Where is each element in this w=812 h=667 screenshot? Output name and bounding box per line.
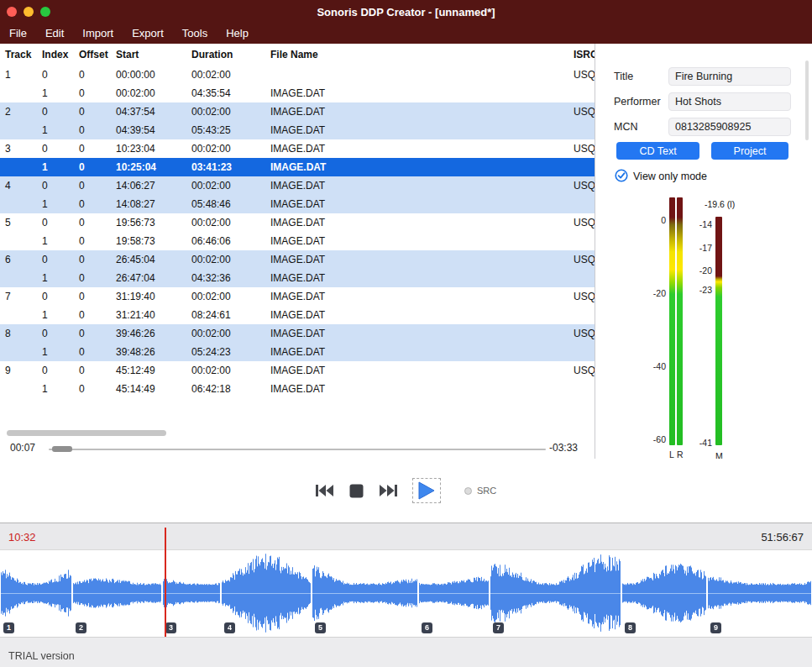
- previous-track-button[interactable]: [316, 484, 334, 497]
- track-marker-badge[interactable]: 3: [165, 622, 176, 633]
- track-marker-badge[interactable]: 1: [3, 622, 14, 633]
- cell-duration: 00:02:00: [186, 139, 265, 158]
- table-row[interactable]: 1014:08:2705:48:46IMAGE.DAT: [0, 195, 595, 213]
- cell-file: IMAGE.DAT: [265, 361, 574, 380]
- cell-isrc: [574, 343, 595, 361]
- menu-import[interactable]: Import: [73, 24, 123, 44]
- play-button-focus-ring: [412, 478, 441, 503]
- table-row[interactable]: 80039:46:2600:02:00IMAGE.DATUSQ: [0, 324, 595, 343]
- table-row[interactable]: 1031:21:4008:24:61IMAGE.DAT: [0, 306, 595, 324]
- column-header-isrc[interactable]: ISRC: [574, 44, 595, 66]
- table-row[interactable]: 1045:14:4906:42:18IMAGE.DAT: [0, 380, 595, 398]
- table-row[interactable]: 10000:00:0000:02:00USQ: [0, 66, 595, 84]
- menu-tools[interactable]: Tools: [173, 24, 217, 44]
- column-header-duration[interactable]: Duration: [186, 44, 265, 66]
- table-row[interactable]: 1010:25:0403:41:23IMAGE.DAT: [0, 158, 595, 176]
- cell-track: 1: [0, 66, 37, 84]
- cell-index: 1: [37, 269, 74, 287]
- column-header-index[interactable]: Index: [37, 44, 74, 66]
- play-button[interactable]: [418, 481, 435, 500]
- cell-index: 0: [37, 250, 74, 269]
- cell-duration: 00:02:00: [186, 287, 265, 306]
- menu-file[interactable]: File: [0, 24, 36, 44]
- cell-start: 00:02:00: [111, 84, 186, 102]
- performer-input[interactable]: [668, 92, 791, 111]
- track-marker-badge[interactable]: 9: [710, 622, 721, 633]
- table-horizontal-scrollbar[interactable]: [7, 430, 166, 436]
- table-row[interactable]: 70031:19:4000:02:00IMAGE.DATUSQ: [0, 287, 595, 306]
- track-marker-badge[interactable]: 4: [224, 622, 235, 633]
- zoom-button[interactable]: [40, 7, 50, 17]
- cell-offset: 0: [74, 287, 111, 306]
- table-row[interactable]: 20004:37:5400:02:00IMAGE.DATUSQ: [0, 102, 595, 121]
- table-row[interactable]: 1019:58:7306:46:06IMAGE.DAT: [0, 232, 595, 250]
- menu-edit[interactable]: Edit: [36, 24, 73, 44]
- column-header-track[interactable]: Track: [0, 44, 37, 66]
- column-header-file[interactable]: File Name: [265, 44, 574, 66]
- cell-start: 19:56:73: [111, 213, 186, 232]
- table-row[interactable]: 60026:45:0400:02:00IMAGE.DATUSQ: [0, 250, 595, 269]
- track-marker-badge[interactable]: 6: [422, 622, 432, 633]
- track-marker-badge[interactable]: 8: [625, 622, 636, 633]
- stop-button[interactable]: [349, 484, 364, 498]
- table-row[interactable]: 90045:12:4900:02:00IMAGE.DATUSQ: [0, 361, 595, 380]
- cell-index: 0: [37, 361, 74, 380]
- cell-isrc: [574, 195, 595, 213]
- mcn-input[interactable]: [668, 118, 791, 136]
- playhead-cursor[interactable]: [165, 528, 166, 637]
- cell-track: [0, 158, 37, 176]
- cell-isrc: USQ: [574, 139, 595, 158]
- src-label: SRC: [477, 486, 496, 496]
- cell-offset: 0: [74, 176, 111, 195]
- cell-isrc: USQ: [574, 102, 595, 121]
- menu-export[interactable]: Export: [123, 24, 173, 44]
- view-only-check-icon[interactable]: [615, 169, 628, 182]
- table-row[interactable]: 30010:23:0400:02:00IMAGE.DATUSQ: [0, 139, 595, 158]
- title-input[interactable]: [668, 67, 791, 86]
- src-indicator[interactable]: [464, 487, 472, 495]
- cell-offset: 0: [74, 121, 111, 139]
- cell-offset: 0: [74, 84, 111, 102]
- playback-slider-track[interactable]: [49, 449, 546, 450]
- mcn-label: MCN: [614, 121, 637, 133]
- table-row[interactable]: 1000:02:0004:35:54IMAGE.DAT: [0, 84, 595, 102]
- table-row[interactable]: 1039:48:2605:24:23IMAGE.DAT: [0, 343, 595, 361]
- panel-scrollbar[interactable]: [805, 60, 809, 140]
- waveform-canvas[interactable]: [0, 550, 812, 637]
- cell-file: IMAGE.DAT: [265, 343, 574, 361]
- minimize-button[interactable]: [24, 7, 34, 17]
- track-marker-badge[interactable]: 2: [76, 622, 86, 633]
- table-row[interactable]: 1004:39:5405:43:25IMAGE.DAT: [0, 121, 595, 139]
- next-track-button[interactable]: [379, 484, 397, 497]
- cell-file: IMAGE.DAT: [265, 176, 574, 195]
- track-marker-badge[interactable]: 5: [315, 622, 326, 633]
- cell-file: IMAGE.DAT: [265, 102, 574, 121]
- cd-text-button[interactable]: CD Text: [616, 142, 699, 160]
- close-button[interactable]: [7, 7, 17, 17]
- menu-help[interactable]: Help: [217, 24, 258, 44]
- table-row[interactable]: 1026:47:0404:32:36IMAGE.DAT: [0, 269, 595, 287]
- window-title: Sonoris DDP Creator - [unnamed*]: [317, 6, 495, 18]
- cell-track: 3: [0, 139, 37, 158]
- table-row[interactable]: 50019:56:7300:02:00IMAGE.DATUSQ: [0, 213, 595, 232]
- project-button[interactable]: Project: [711, 142, 788, 160]
- cell-duration: 06:42:18: [186, 380, 265, 398]
- cell-track: [0, 343, 37, 361]
- cell-index: 1: [37, 380, 74, 398]
- cell-offset: 0: [74, 213, 111, 232]
- cell-index: 1: [37, 306, 74, 324]
- table-row[interactable]: 40014:06:2700:02:00IMAGE.DATUSQ: [0, 176, 595, 195]
- column-header-offset[interactable]: Offset: [74, 44, 111, 66]
- waveform-display: 123456789: [0, 550, 812, 637]
- cell-start: 39:46:26: [111, 324, 186, 343]
- cell-duration: 00:02:00: [186, 66, 265, 84]
- track-marker-badge[interactable]: 7: [493, 622, 504, 633]
- cell-track: 7: [0, 287, 37, 306]
- cell-offset: 0: [74, 380, 111, 398]
- cell-duration: 00:02:00: [186, 324, 265, 343]
- column-header-start[interactable]: Start: [111, 44, 186, 66]
- playback-slider-handle[interactable]: [52, 446, 72, 452]
- cell-index: 1: [37, 195, 74, 213]
- cell-start: 04:37:54: [111, 102, 186, 121]
- cell-duration: 04:32:36: [186, 269, 265, 287]
